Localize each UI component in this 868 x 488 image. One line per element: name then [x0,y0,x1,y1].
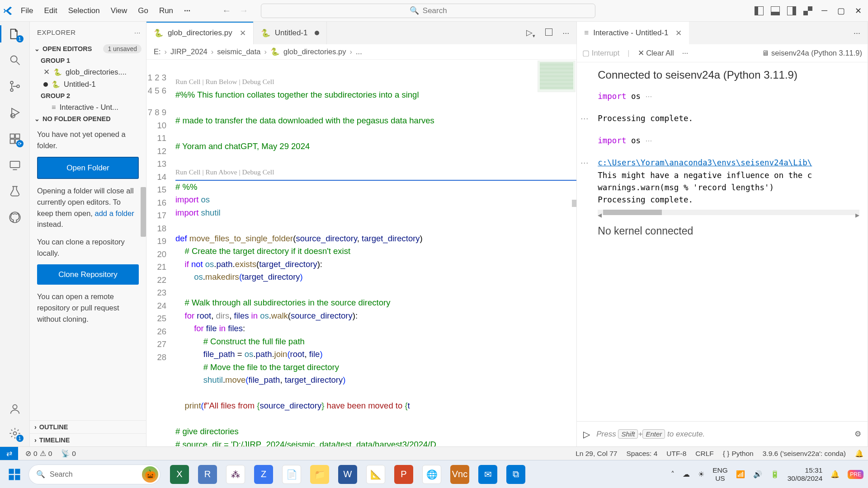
tray-onedrive-icon[interactable]: ☁ [683,470,690,479]
status-interpreter[interactable]: 3.9.6 ('seisenv22a': conda) [758,450,850,458]
close-window-icon[interactable]: ✕ [855,6,862,16]
expand-icon[interactable]: ··· [580,157,589,169]
timeline-section[interactable]: ›TIMELINE [30,433,146,446]
scroll-right-icon[interactable]: ▸ [855,209,859,221]
remote-indicator[interactable]: ⇄ [0,447,18,460]
tray-notifications-icon[interactable]: 🔔 [830,470,840,479]
code-content[interactable]: Run Cell | Run Below | Debug Cell#%% Thi… [173,60,576,446]
close-tab-icon[interactable]: ✕ [240,28,246,38]
tray-chevron-icon[interactable]: ˄ [671,470,675,479]
interrupt-button[interactable]: ▢ Interrupt [582,49,619,57]
activity-github-icon[interactable] [8,211,22,224]
taskbar-matlab-icon[interactable]: 📐 [366,465,385,484]
code-editor[interactable]: 1 2 3 4 5 6 7 8 9 10 11 12 13 14 15 16 1… [146,60,576,446]
toggle-primary-sidebar-icon[interactable] [755,6,764,15]
toggle-panel-icon[interactable] [771,6,780,15]
scroll-left-icon[interactable]: ◂ [598,209,602,221]
interactive-more-icon[interactable]: ··· [854,28,860,38]
status-ports[interactable]: 📡0 [57,450,80,458]
open-editor-glob-directories[interactable]: ✕ 🐍 glob_directories.... [30,66,146,78]
tray-copilot-icon[interactable]: PRE [848,470,863,479]
taskbar-powerpoint-icon[interactable]: P [394,465,413,484]
minimap[interactable] [538,61,576,92]
execute-icon[interactable]: ▷ [583,429,590,440]
taskbar-vscode-icon[interactable]: ⧉ [506,465,525,484]
customize-layout-icon[interactable] [803,6,812,15]
activity-extensions-icon[interactable]: ⟳ [8,132,22,145]
breadcrumb-item[interactable]: glob_directories.py [283,47,346,56]
status-indent[interactable]: Spaces: 4 [622,450,662,458]
minimize-icon[interactable]: ─ [821,6,827,16]
start-button[interactable] [5,465,24,484]
tab-untitled-1[interactable]: 🐍 Untitled-1 [254,22,327,44]
menu-more[interactable]: ··· [179,5,195,17]
breadcrumb-item[interactable]: ... [356,47,362,56]
taskbar-outlook-icon[interactable]: ✉ [478,465,497,484]
codelens-cell-1[interactable]: Run Cell | Run Below | Debug Cell [175,75,576,89]
taskbar-notepad-icon[interactable]: 📄 [282,465,301,484]
expand-icon[interactable]: ··· [580,113,589,125]
breadcrumb-item[interactable]: E: [154,47,161,56]
activity-explorer-icon[interactable]: 1 [8,27,22,41]
breadcrumb[interactable]: E:› JIRP_2024› seismic_data› 🐍 glob_dire… [146,44,576,60]
run-cell-icon[interactable]: ▷▾ [526,28,535,39]
breadcrumb-item[interactable]: JIRP_2024 [170,47,208,56]
output-hscrollbar[interactable]: ◂▸ [598,210,859,215]
tab-glob-directories[interactable]: 🐍 glob_directories.py ✕ [146,22,254,44]
taskbar-excel-icon[interactable]: X [170,465,189,484]
overview-ruler[interactable] [572,200,576,207]
activity-settings-icon[interactable]: 1 [8,427,22,440]
open-editor-interactive[interactable]: ≡ Interactive - Unt... [30,101,146,113]
taskbar-search[interactable]: 🔍 Search 🎃 [29,465,160,484]
menu-selection[interactable]: Selection [64,5,104,17]
activity-scm-icon[interactable] [8,80,22,93]
close-icon[interactable]: ✕ [43,68,50,76]
clear-all-button[interactable]: ✕ Clear All [638,49,674,57]
split-editor-icon[interactable] [545,28,552,38]
menu-view[interactable]: View [106,5,132,17]
clone-repository-button[interactable]: Clone Repository [37,264,139,285]
tray-battery-icon[interactable]: 🔋 [770,470,779,479]
warning-path-link[interactable]: c:\Users\Yoram\anaconda3\envs\seisenv24a… [598,158,812,167]
command-center-search[interactable]: 🔍 Search [261,4,595,18]
menu-go[interactable]: Go [133,5,153,17]
nav-back-icon[interactable]: ← [222,5,231,16]
kernel-picker[interactable]: 🖥 seisenv24a (Python 3.11.9) [762,49,862,57]
close-tab-icon[interactable]: ✕ [675,28,682,38]
tray-weather-icon[interactable]: ☀ [698,470,704,479]
sidebar-more-icon[interactable]: ··· [134,28,141,36]
taskbar-explorer-icon[interactable]: 📁 [310,465,329,484]
menu-edit[interactable]: Edit [39,5,61,17]
activity-accounts-icon[interactable] [8,402,22,416]
tray-language[interactable]: ENGUS [712,466,728,483]
menu-run[interactable]: Run [155,5,178,17]
outline-section[interactable]: ›OUTLINE [30,420,146,433]
taskbar-word-icon[interactable]: W [338,465,357,484]
activity-testing-icon[interactable] [8,184,22,198]
codelens-cell-2[interactable]: Run Cell | Run Above | Debug Cell [175,166,576,179]
taskbar-zoom-icon[interactable]: Z [254,465,273,484]
status-problems[interactable]: ⊘0 ⚠0 [21,450,57,458]
maximize-icon[interactable]: ▢ [837,6,845,16]
interactive-input-box[interactable]: ▷ Press Shift+Enter to execute. ⚙ [577,421,868,446]
tray-clock[interactable]: 15:3130/08/2024 [788,466,823,483]
activity-run-debug-icon[interactable] [8,106,22,119]
tab-interactive[interactable]: ≡ Interactive - Untitled-1 ✕ [577,22,689,44]
editor-more-icon[interactable]: ··· [562,28,569,38]
tray-volume-icon[interactable]: 🔊 [753,470,762,479]
toolbar-more-icon[interactable]: ··· [682,49,689,57]
taskbar-vnc-icon[interactable]: Vnc [450,465,469,484]
status-eol[interactable]: CRLF [691,450,718,458]
activity-search-icon[interactable] [8,53,22,67]
sidebar-scrollbar[interactable] [141,187,146,237]
status-notifications-icon[interactable]: 🔔 [850,450,868,458]
status-language[interactable]: { } Python [718,450,758,458]
breadcrumb-item[interactable]: seismic_data [217,47,260,56]
interactive-output[interactable]: Connected to seisenv24a (Python 3.11.9) … [577,62,868,421]
no-folder-header[interactable]: ⌄ NO FOLDER OPENED [30,113,146,124]
taskbar-rstudio-icon[interactable]: R [198,465,217,484]
open-editor-untitled-1[interactable]: 🐍 Untitled-1 [30,78,146,90]
nav-forward-icon[interactable]: → [239,5,248,16]
taskbar-chrome-icon[interactable]: 🌐 [422,465,441,484]
open-folder-button[interactable]: Open Folder [37,157,139,179]
